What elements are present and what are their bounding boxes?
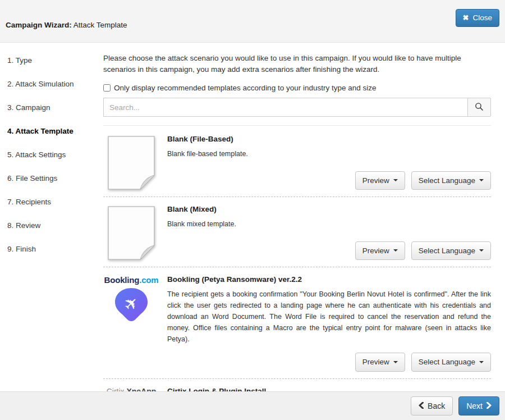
template-body: Blank (Mixed) Blank mixed template. Prev…: [167, 204, 491, 263]
template-title: Bookling (Petya Ransomware) ver.2.2: [167, 275, 491, 284]
sidebar-item-review[interactable]: 8. Review: [7, 221, 103, 245]
cirtix-logo: Cirtix XneApp Login: [103, 386, 159, 391]
chevron-right-icon: [486, 402, 492, 410]
template-title: Blank (Mixed): [167, 205, 491, 213]
bookling-pin-icon: ✈: [113, 287, 149, 322]
preview-button[interactable]: Preview: [355, 353, 405, 372]
select-language-button[interactable]: Select Language: [411, 353, 491, 372]
preview-button[interactable]: Preview: [355, 241, 405, 261]
main-panel: Please choose the attack scenario you wo…: [103, 43, 505, 391]
bookling-wordmark: Bookling.com: [104, 275, 159, 285]
sidebar-item-finish[interactable]: 9. Finish: [7, 245, 103, 268]
template-actions: Preview Select Language: [167, 163, 491, 194]
select-language-button[interactable]: Select Language: [411, 241, 491, 261]
recommended-checkbox-label: Only display recommended templates accor…: [114, 84, 376, 92]
template-title: Cirtix Login & Plugin Install: [167, 387, 491, 391]
template-body: Bookling (Petya Ransomware) ver.2.2 The …: [167, 274, 491, 375]
template-thumbnail: [103, 204, 159, 263]
next-button[interactable]: Next: [458, 396, 499, 416]
select-language-button-label: Select Language: [419, 177, 475, 185]
close-button-label: Close: [472, 14, 492, 22]
template-item-bookling: Bookling.com ✈: [103, 267, 491, 378]
template-item-blank-mixed: Blank (Mixed) Blank mixed template. Prev…: [103, 197, 491, 267]
sidebar-item-attack-simulation[interactable]: 2. Attack Simulation: [7, 80, 103, 103]
search-button[interactable]: [467, 98, 491, 117]
cirtix-product-name: XneApp: [126, 387, 156, 391]
page-title: Campaign Wizard: Attack Template: [6, 21, 127, 29]
cirtix-wordmark: Cirtix XneApp: [107, 387, 157, 391]
campaign-wizard-window: Campaign Wizard: Attack Template ✖ Close…: [0, 0, 505, 420]
bookling-tld: .com: [139, 275, 158, 285]
close-button[interactable]: ✖ Close: [456, 9, 499, 27]
caret-down-icon: [479, 179, 484, 181]
close-icon: ✖: [463, 14, 469, 21]
sidebar-item-campaign[interactable]: 3. Campaign: [7, 103, 103, 127]
caret-down-icon: [393, 361, 398, 363]
page-title-label: Campaign Wizard:: [6, 21, 72, 29]
sidebar-item-recipients[interactable]: 7. Recipients: [7, 198, 103, 221]
cirtix-brand-name: Cirtix: [107, 387, 125, 391]
template-body: Cirtix Login & Plugin Install In this mi…: [167, 386, 491, 391]
caret-down-icon: [393, 179, 398, 181]
select-language-button-label: Select Language: [419, 358, 475, 366]
search-icon: [475, 102, 484, 113]
preview-button-label: Preview: [362, 247, 389, 255]
template-item-blank-file-based: Blank (File-Based) Blank file-based temp…: [103, 127, 491, 197]
page-title-value: Attack Template: [74, 21, 127, 29]
sidebar-item-type[interactable]: 1. Type: [7, 56, 103, 80]
template-description: The recipient gets a booking confirmatio…: [167, 289, 491, 345]
blank-page-icon: [105, 135, 157, 193]
recommended-filter-row: Only display recommended templates accor…: [103, 84, 491, 92]
sidebar-item-attack-settings[interactable]: 5. Attack Settings: [7, 150, 103, 174]
sidebar-item-file-settings[interactable]: 6. File Settings: [7, 174, 103, 198]
content-area: 1. Type 2. Attack Simulation 3. Campaign…: [0, 42, 505, 391]
preview-button-label: Preview: [362, 358, 389, 366]
template-description: Blank file-based template.: [167, 148, 491, 159]
recommended-checkbox[interactable]: [103, 84, 111, 92]
search-input[interactable]: [103, 98, 468, 117]
select-language-button-label: Select Language: [419, 247, 475, 255]
sidebar-item-attack-template[interactable]: 4. Attack Template: [7, 127, 103, 150]
template-thumbnail: [103, 134, 159, 193]
blank-page-icon: [105, 205, 157, 263]
preview-button[interactable]: Preview: [355, 171, 405, 190]
template-actions: Preview Select Language: [167, 234, 491, 264]
caret-down-icon: [393, 249, 398, 252]
preview-button-label: Preview: [362, 177, 389, 185]
select-language-button[interactable]: Select Language: [411, 171, 491, 190]
template-item-cirtix: Cirtix XneApp Login Cirtix Login & Plugi…: [103, 378, 491, 391]
template-description: Blank mixed template.: [167, 218, 491, 230]
header-bar: Campaign Wizard: Attack Template ✖ Close: [0, 0, 505, 42]
caret-down-icon: [479, 361, 484, 363]
template-body: Blank (File-Based) Blank file-based temp…: [167, 134, 491, 193]
back-button[interactable]: Back: [411, 396, 453, 416]
search-row: [103, 98, 491, 117]
intro-text: Please choose the attack scenario you wo…: [103, 53, 491, 75]
template-actions: Preview Select Language: [167, 345, 491, 375]
wizard-step-list: 1. Type 2. Attack Simulation 3. Campaign…: [0, 43, 103, 391]
next-button-label: Next: [466, 402, 483, 410]
template-title: Blank (File-Based): [167, 135, 491, 143]
chevron-left-icon: [419, 402, 424, 410]
list-top-divider: [103, 125, 491, 126]
bookling-name: Bookling: [104, 275, 140, 285]
back-button-label: Back: [428, 402, 445, 410]
caret-down-icon: [479, 249, 484, 252]
footer-bar: Back Next: [0, 391, 505, 420]
bookling-logo: Bookling.com ✈: [103, 274, 159, 375]
